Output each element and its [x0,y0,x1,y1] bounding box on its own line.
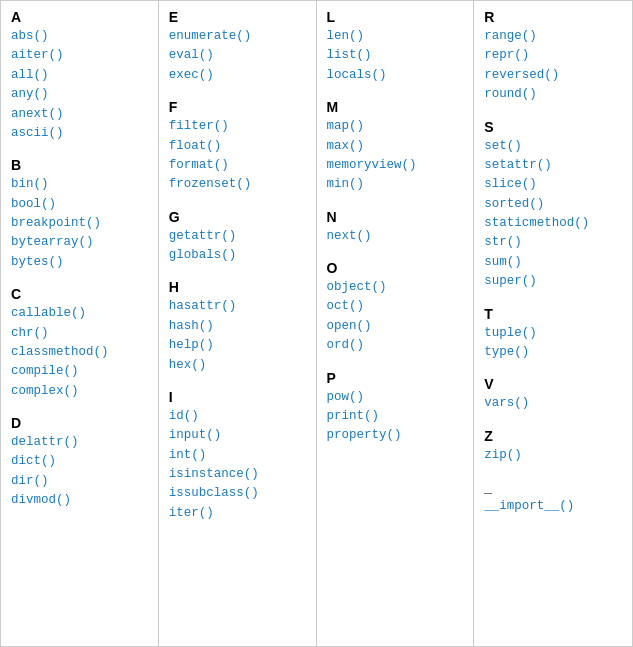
section-R: Rrange()repr()reversed()round() [484,9,622,105]
func-item-getattr[interactable]: getattr() [169,227,306,246]
section-N: Nnext() [327,209,464,246]
section-letter-C: C [11,286,148,302]
func-item-type[interactable]: type() [484,343,622,362]
func-item-isinstance[interactable]: isinstance() [169,465,306,484]
func-item-staticmethod[interactable]: staticmethod() [484,214,622,233]
func-item-int[interactable]: int() [169,446,306,465]
func-item-set[interactable]: set() [484,137,622,156]
func-item-callable[interactable]: callable() [11,304,148,323]
func-item-tuple[interactable]: tuple() [484,324,622,343]
func-item-super[interactable]: super() [484,272,622,291]
func-item-divmod[interactable]: divmod() [11,491,148,510]
section-O: Oobject()oct()open()ord() [327,260,464,356]
func-item-memoryview[interactable]: memoryview() [327,156,464,175]
section-letter-_: _ [484,479,622,495]
section-Z: Zzip() [484,428,622,465]
func-item-hasattr[interactable]: hasattr() [169,297,306,316]
func-item-open[interactable]: open() [327,317,464,336]
section-letter-M: M [327,99,464,115]
func-item-locals[interactable]: locals() [327,66,464,85]
section-letter-N: N [327,209,464,225]
func-item-property[interactable]: property() [327,426,464,445]
func-item-delattr[interactable]: delattr() [11,433,148,452]
func-item-ascii[interactable]: ascii() [11,124,148,143]
func-item-dict[interactable]: dict() [11,452,148,471]
func-item-classmethod[interactable]: classmethod() [11,343,148,362]
func-item-sum[interactable]: sum() [484,253,622,272]
section-V: Vvars() [484,376,622,413]
func-item-chr[interactable]: chr() [11,324,148,343]
section-letter-F: F [169,99,306,115]
func-item-globals[interactable]: globals() [169,246,306,265]
func-item-next[interactable]: next() [327,227,464,246]
func-item-len[interactable]: len() [327,27,464,46]
func-item-compile[interactable]: compile() [11,362,148,381]
func-item-dir[interactable]: dir() [11,472,148,491]
func-item-abs[interactable]: abs() [11,27,148,46]
func-item-oct[interactable]: oct() [327,297,464,316]
section-letter-H: H [169,279,306,295]
func-item-repr[interactable]: repr() [484,46,622,65]
func-item-any[interactable]: any() [11,85,148,104]
func-item-zip[interactable]: zip() [484,446,622,465]
func-item-hex[interactable]: hex() [169,356,306,375]
func-item-exec[interactable]: exec() [169,66,306,85]
func-item-list[interactable]: list() [327,46,464,65]
func-item-all[interactable]: all() [11,66,148,85]
func-item-aiter[interactable]: aiter() [11,46,148,65]
func-item-bool[interactable]: bool() [11,195,148,214]
func-item-map[interactable]: map() [327,117,464,136]
func-item-bytes[interactable]: bytes() [11,253,148,272]
func-item-complex[interactable]: complex() [11,382,148,401]
column-2: Llen()list()locals()Mmap()max()memoryvie… [317,1,475,646]
section-letter-E: E [169,9,306,25]
func-item-pow[interactable]: pow() [327,388,464,407]
func-item-str[interactable]: str() [484,233,622,252]
func-item-reversed[interactable]: reversed() [484,66,622,85]
func-item-ord[interactable]: ord() [327,336,464,355]
func-item-bin[interactable]: bin() [11,175,148,194]
section-_: ___import__() [484,479,622,516]
section-letter-O: O [327,260,464,276]
func-item-__import__[interactable]: __import__() [484,497,622,516]
func-item-max[interactable]: max() [327,137,464,156]
func-item-round[interactable]: round() [484,85,622,104]
func-item-filter[interactable]: filter() [169,117,306,136]
func-item-anext[interactable]: anext() [11,105,148,124]
func-item-frozenset[interactable]: frozenset() [169,175,306,194]
section-letter-S: S [484,119,622,135]
func-item-slice[interactable]: slice() [484,175,622,194]
func-item-breakpoint[interactable]: breakpoint() [11,214,148,233]
func-item-format[interactable]: format() [169,156,306,175]
section-G: Ggetattr()globals() [169,209,306,266]
section-M: Mmap()max()memoryview()min() [327,99,464,195]
func-item-help[interactable]: help() [169,336,306,355]
section-letter-A: A [11,9,148,25]
func-item-enumerate[interactable]: enumerate() [169,27,306,46]
section-F: Ffilter()float()format()frozenset() [169,99,306,195]
section-letter-L: L [327,9,464,25]
section-S: Sset()setattr()slice()sorted()staticmeth… [484,119,622,292]
func-item-setattr[interactable]: setattr() [484,156,622,175]
section-B: Bbin()bool()breakpoint()bytearray()bytes… [11,157,148,272]
func-item-hash[interactable]: hash() [169,317,306,336]
func-item-print[interactable]: print() [327,407,464,426]
section-I: Iid()input()int()isinstance()issubclass(… [169,389,306,523]
func-item-input[interactable]: input() [169,426,306,445]
func-item-object[interactable]: object() [327,278,464,297]
main-container: Aabs()aiter()all()any()anext()ascii()Bbi… [0,0,633,647]
section-letter-Z: Z [484,428,622,444]
func-item-vars[interactable]: vars() [484,394,622,413]
func-item-min[interactable]: min() [327,175,464,194]
func-item-sorted[interactable]: sorted() [484,195,622,214]
func-item-issubclass[interactable]: issubclass() [169,484,306,503]
section-letter-I: I [169,389,306,405]
func-item-float[interactable]: float() [169,137,306,156]
section-A: Aabs()aiter()all()any()anext()ascii() [11,9,148,143]
func-item-range[interactable]: range() [484,27,622,46]
func-item-bytearray[interactable]: bytearray() [11,233,148,252]
func-item-eval[interactable]: eval() [169,46,306,65]
func-item-iter[interactable]: iter() [169,504,306,523]
section-letter-G: G [169,209,306,225]
func-item-id[interactable]: id() [169,407,306,426]
